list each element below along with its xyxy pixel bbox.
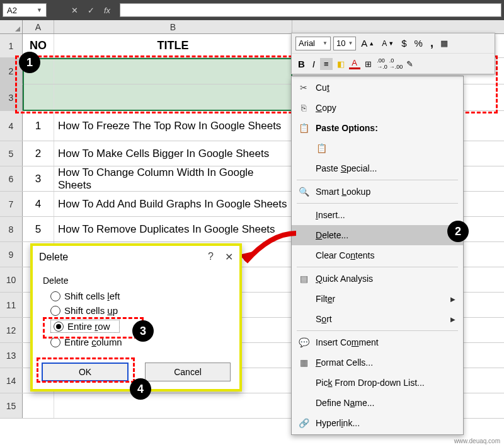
font-selector[interactable]: Arial▼ bbox=[295, 37, 331, 50]
cell[interactable]: 3 bbox=[23, 166, 54, 191]
percent-button[interactable]: % bbox=[412, 37, 425, 50]
formula-input[interactable] bbox=[120, 3, 501, 17]
dialog-titlebar: Delete ? ✕ bbox=[33, 246, 239, 268]
row-header[interactable]: 13 bbox=[0, 343, 23, 368]
cell-reference: A2 bbox=[7, 6, 17, 15]
table-icon[interactable]: ▦ bbox=[438, 38, 450, 49]
cell[interactable] bbox=[54, 393, 292, 418]
row-header[interactable]: 5 bbox=[0, 141, 23, 166]
column-headers: A B bbox=[0, 20, 504, 34]
cancel-icon[interactable]: ✕ bbox=[68, 4, 81, 16]
chevron-right-icon: ▶ bbox=[450, 296, 455, 303]
dropdown-arrow-icon[interactable]: ▼ bbox=[37, 7, 42, 13]
help-button[interactable]: ? bbox=[208, 251, 214, 263]
comma-button[interactable]: , bbox=[428, 35, 436, 51]
confirm-icon[interactable]: ✓ bbox=[84, 4, 97, 16]
menu-insert[interactable]: Insert... bbox=[292, 205, 463, 225]
search-icon: 🔍 bbox=[297, 186, 311, 197]
menu-clear-contents[interactable]: Clear Contents bbox=[292, 245, 463, 265]
cell[interactable]: 1 bbox=[23, 111, 54, 141]
align-button[interactable]: ≡ bbox=[320, 58, 333, 70]
italic-button[interactable]: I bbox=[310, 57, 318, 71]
format-painter-icon[interactable]: ✎ bbox=[404, 58, 416, 69]
mini-toolbar: Arial▼ 10▼ A▲ A▼ $ % , ▦ B I ≡ ◧ A ⊞ .00… bbox=[291, 33, 495, 74]
paste-icon: 📋 bbox=[314, 142, 328, 154]
borders-icon[interactable]: ⊞ bbox=[363, 58, 374, 69]
row-header[interactable]: 12 bbox=[0, 318, 23, 342]
row-header[interactable]: 6 bbox=[0, 166, 23, 191]
radio-shift-up[interactable]: Shift cells up bbox=[50, 305, 229, 316]
column-header-b[interactable]: B bbox=[54, 20, 292, 33]
menu-paste-special[interactable]: Paste Special... bbox=[292, 158, 463, 178]
menu-delete[interactable]: Delete... bbox=[292, 225, 463, 245]
cell[interactable]: How To Make Cells Bigger In Google Sheet… bbox=[54, 141, 292, 166]
cell[interactable]: How To Freeze The Top Row In Google Shee… bbox=[54, 111, 292, 141]
cell[interactable]: 2 bbox=[23, 141, 54, 166]
menu-format-cells[interactable]: ▦Format Cells... bbox=[292, 352, 463, 373]
cell[interactable]: 5 bbox=[23, 217, 54, 241]
cell[interactable]: TITLE bbox=[54, 34, 292, 57]
menu-pick-from-list[interactable]: Pick From Drop-down List... bbox=[292, 373, 463, 393]
scissors-icon: ✂ bbox=[297, 82, 311, 93]
menu-sort[interactable]: Sort▶ bbox=[292, 309, 463, 329]
row-header[interactable]: 7 bbox=[0, 192, 23, 216]
dialog-group-label: Delete bbox=[43, 276, 229, 286]
annotation-badge-2: 2 bbox=[447, 221, 469, 242]
cancel-button[interactable]: Cancel bbox=[145, 363, 231, 381]
context-menu: ✂Cut ⎘Copy 📋Paste Options: 📋 Paste Speci… bbox=[291, 76, 464, 435]
name-box[interactable]: A2 ▼ bbox=[3, 3, 47, 17]
font-color-icon[interactable]: A bbox=[349, 58, 360, 69]
format-icon: ▦ bbox=[297, 357, 311, 368]
menu-insert-comment[interactable]: 💬Insert Comment bbox=[292, 332, 463, 352]
row-header[interactable]: 9 bbox=[0, 242, 23, 267]
fx-icon[interactable]: fx bbox=[101, 4, 113, 16]
shrink-font-button[interactable]: A▼ bbox=[379, 38, 396, 49]
cell[interactable]: How To Change Column Width In Google She… bbox=[54, 166, 292, 191]
cell[interactable]: How To Add And Build Graphs In Google Sh… bbox=[54, 192, 292, 216]
cell[interactable] bbox=[54, 84, 292, 110]
font-size: 10 bbox=[336, 38, 345, 48]
menu-paste-options: 📋Paste Options: bbox=[292, 118, 463, 138]
cell[interactable] bbox=[54, 58, 292, 84]
select-all-corner[interactable] bbox=[0, 20, 23, 33]
cell[interactable] bbox=[23, 84, 54, 110]
comment-icon: 💬 bbox=[297, 337, 311, 348]
chevron-down-icon: ▼ bbox=[348, 40, 353, 46]
ok-button[interactable]: OK bbox=[42, 363, 129, 381]
row-header[interactable]: 4 bbox=[0, 111, 23, 141]
row-header[interactable]: 1 bbox=[0, 34, 23, 57]
bold-button[interactable]: B bbox=[295, 57, 307, 71]
delete-dialog: Delete ? ✕ Delete Shift cells left Shift… bbox=[30, 243, 242, 392]
menu-define-name[interactable]: Define Name... bbox=[292, 393, 463, 413]
radio-icon bbox=[50, 306, 60, 316]
menu-quick-analysis[interactable]: ▤Quick Analysis bbox=[292, 269, 463, 289]
radio-icon bbox=[50, 337, 60, 347]
row-header[interactable]: 10 bbox=[0, 267, 23, 292]
font-size-selector[interactable]: 10▼ bbox=[333, 37, 356, 50]
chevron-right-icon: ▶ bbox=[450, 316, 455, 323]
cell[interactable]: 4 bbox=[23, 192, 54, 216]
grow-font-button[interactable]: A▲ bbox=[358, 37, 377, 50]
row-header[interactable]: 15 bbox=[0, 393, 23, 418]
row-header[interactable]: 11 bbox=[0, 293, 23, 317]
decrease-decimal-icon[interactable]: .0→.00 bbox=[391, 58, 402, 69]
menu-cut[interactable]: ✂Cut bbox=[292, 78, 463, 98]
radio-entire-row[interactable]: Entire row bbox=[50, 320, 120, 333]
watermark: www.deuaq.com bbox=[454, 438, 500, 444]
currency-button[interactable]: $ bbox=[399, 37, 409, 50]
row-header[interactable]: 14 bbox=[0, 368, 23, 393]
menu-paste-icon[interactable]: 📋 bbox=[292, 138, 463, 158]
increase-decimal-icon[interactable]: .00→.0 bbox=[377, 58, 388, 69]
radio-shift-left[interactable]: Shift cells left bbox=[50, 291, 229, 301]
clipboard-icon: 📋 bbox=[297, 122, 311, 134]
row-header[interactable]: 3 bbox=[0, 84, 23, 110]
close-button[interactable]: ✕ bbox=[225, 251, 233, 263]
row-header[interactable]: 8 bbox=[0, 217, 23, 241]
fill-color-icon[interactable]: ◧ bbox=[335, 58, 346, 69]
column-header-a[interactable]: A bbox=[23, 20, 54, 33]
menu-smart-lookup[interactable]: 🔍Smart Lookup bbox=[292, 182, 463, 202]
cell[interactable] bbox=[23, 393, 54, 418]
menu-filter[interactable]: Filter▶ bbox=[292, 289, 463, 309]
menu-copy[interactable]: ⎘Copy bbox=[292, 98, 463, 118]
menu-hyperlink[interactable]: 🔗Hyperlink... bbox=[292, 413, 463, 433]
